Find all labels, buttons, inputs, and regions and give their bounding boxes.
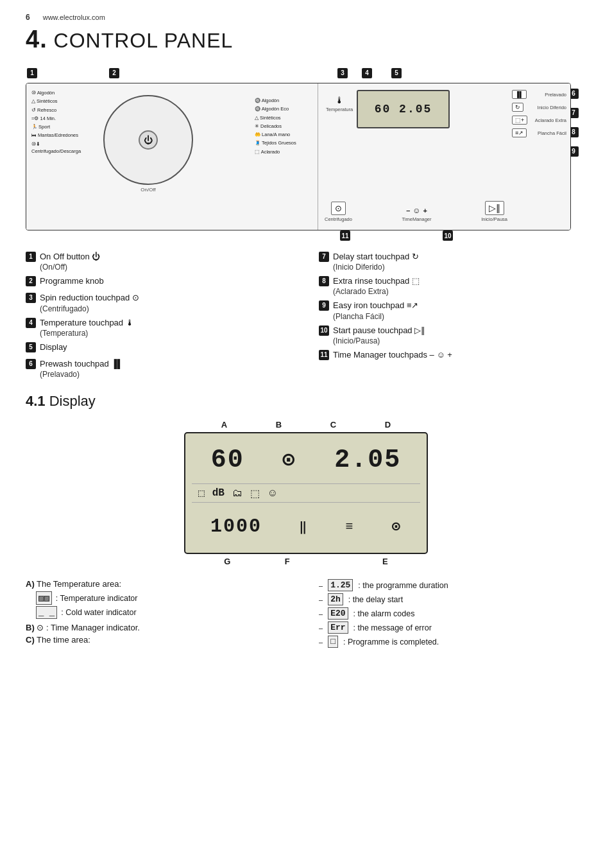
feature-3: 3 Spin reduction touchpad ⊙: [26, 291, 293, 305]
feature-col-left: 1 On Off button ⏻ (On/Off) 2 Programme k…: [26, 250, 293, 379]
feature-7: 7 Delay start touchpad ↻: [319, 250, 586, 264]
desc-complete: – □ : Programme is completed.: [319, 636, 586, 648]
feature-7-sub: (Inicio Diferido): [319, 263, 586, 272]
easy-iron-touchpad[interactable]: ≡↗ Plancha Fácil: [512, 128, 566, 137]
subsection-41-title: 4.1 Display: [26, 393, 586, 410]
time-manager-touchpad[interactable]: – ☺ + TimeManager: [402, 206, 432, 222]
feature-10-sub: (Inicio/Pausa): [319, 336, 586, 345]
feature-1: 1 On Off button ⏻: [26, 250, 293, 264]
start-pause-touchpad[interactable]: ▷‖ Inicio/Pausa: [481, 201, 507, 222]
feature-4: 4 Temperature touchpad 🌡: [26, 316, 293, 330]
feature-col-right: 7 Delay start touchpad ↻ (Inicio Diferid…: [319, 250, 586, 379]
display-desc-left: A) The Temperature area: ▨▨ : Temperatur…: [26, 579, 293, 650]
feature-1-sub: (On/Off): [26, 263, 293, 272]
callout-4: 4: [362, 67, 372, 78]
feature-2: 2 Programme knob: [26, 274, 293, 288]
website: www.electrolux.com: [43, 13, 105, 21]
feature-3-sub: (Centrifugado): [26, 304, 293, 313]
desc-delay: – 2h : the delay start: [319, 593, 586, 605]
temperature-label: Temperatura: [326, 107, 353, 112]
desc-a-cold-water: _ _ : Cold water indicator: [26, 606, 293, 619]
feature-9: 9 Easy iron touchpad ≡↗: [319, 299, 586, 313]
knob-center: ⏻: [139, 130, 158, 150]
desc-error: – Err : the message of error: [319, 621, 586, 634]
feature-6-sub: (Prelavado): [26, 370, 293, 379]
main-display: 60 2.05: [357, 90, 450, 128]
prewash-touchpad[interactable]: ▐▌ Prelavado: [512, 90, 566, 99]
display-diagram-section: A B C D 60 ⊙ 2.05 ⬚ dB 🗂 ⬚ ☺ 1000 ‖ ≡ ⊙ …: [26, 420, 586, 566]
feature-10: 10 Start pause touchpad ▷‖: [319, 324, 586, 338]
control-panel-diagram: 1 2 3 4 5 6 7 8 9 11 10 ⑩ Algodón △ Sint: [26, 64, 584, 243]
callout-10: 10: [443, 230, 453, 241]
features-list: 1 On Off button ⏻ (On/Off) 2 Programme k…: [26, 250, 586, 379]
spin-touchpad[interactable]: ⊙ Centrifugado: [325, 202, 352, 222]
callout-3: 3: [337, 67, 348, 78]
feature-9-sub: (Plancha Fácil): [319, 312, 586, 321]
desc-alarm: – E20 : the alarm codes: [319, 607, 586, 620]
knob-label: On/Off: [103, 187, 193, 193]
machine-diagram-box: ⑩ Algodón △ Sintéticos ↺ Refresco =⚙ 14 …: [26, 83, 571, 230]
temperature-touchpad[interactable]: 🌡 Temperatura: [326, 95, 353, 112]
desc-a-temp-indicator: ▨▨ : Temperature indicator: [26, 591, 293, 605]
desc-c: C) The time area:: [26, 635, 293, 645]
touchpad-column-right: ▐▌ Prelavado ↻ Inicio Diferido ⬚+ Aclara…: [512, 90, 566, 137]
feature-8: 8 Extra rinse touchpad ⬚: [319, 274, 586, 288]
desc-duration: – 1.25 : the programme duration: [319, 579, 586, 591]
program-knob[interactable]: ⏻ On/Off: [103, 95, 193, 193]
display-box-diagram: 60 ⊙ 2.05 ⬚ dB 🗂 ⬚ ☺ 1000 ‖ ≡ ⊙: [184, 432, 428, 554]
desc-a: A) The Temperature area:: [26, 579, 293, 589]
display-row-2: ⬚ dB 🗂 ⬚ ☺: [192, 483, 420, 503]
feature-6: 6 Prewash touchpad ▐▌: [26, 357, 293, 371]
callout-1: 1: [27, 67, 37, 78]
feature-4-sub: (Temperatura): [26, 329, 293, 338]
page-number: 6: [26, 13, 30, 22]
callout-2: 2: [109, 67, 119, 78]
display-letters-bot: G F E: [184, 557, 428, 566]
display-row-3: 1000 ‖ ≡ ⊙: [192, 505, 420, 548]
feature-5: 5 Display: [26, 340, 293, 354]
program-labels-left: ⑩ Algodón △ Sintéticos ↺ Refresco =⚙ 14 …: [31, 89, 89, 155]
header: 6 www.electrolux.com: [26, 13, 586, 22]
extra-rinse-touchpad[interactable]: ⬚+ Aclarado Extra: [512, 116, 566, 125]
callout-11: 11: [340, 230, 350, 241]
section-title: 4. CONTROL PANEL: [26, 26, 586, 53]
desc-b: B) ⊙ : Time Manager indicator.: [26, 623, 293, 632]
display-descriptions: A) The Temperature area: ▨▨ : Temperatur…: [26, 579, 586, 650]
feature-8-sub: (Aclarado Extra): [319, 287, 586, 296]
feature-11: 11 Time Manager touchpads – ☺ +: [319, 348, 586, 362]
display-letters-top: A B C D: [184, 420, 428, 430]
callout-5: 5: [391, 67, 402, 78]
program-labels-right: 🔘 Algodón 🔘 Algodón Eco △ Sintéticos ✳ D…: [255, 96, 312, 156]
display-row-1: 60 ⊙ 2.05: [192, 438, 420, 481]
bottom-controls: ⊙ Centrifugado – ☺ + TimeManager ▷‖ Inic…: [325, 201, 507, 222]
display-desc-right: – 1.25 : the programme duration – 2h : t…: [319, 579, 586, 650]
delay-start-touchpad[interactable]: ↻ Inicio Diferido: [512, 103, 566, 112]
